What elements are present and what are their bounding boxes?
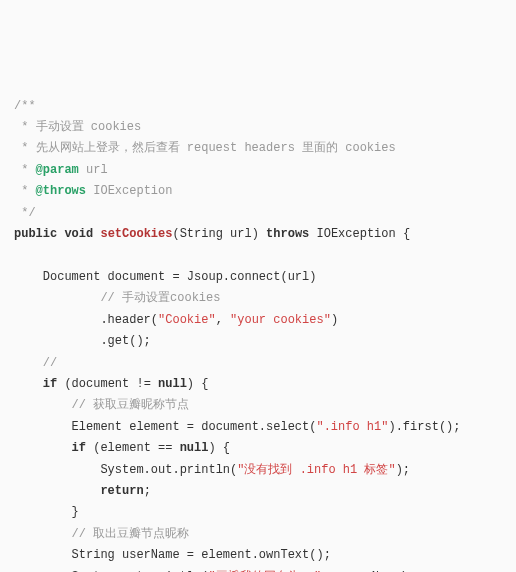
method-name: setCookies: [100, 227, 172, 241]
code-line: // 手动设置cookies: [14, 291, 220, 305]
keyword-public: public: [14, 227, 57, 241]
inline-comment: // 取出豆瓣节点昵称: [72, 527, 190, 541]
inline-comment: // 获取豆瓣昵称节点: [72, 398, 190, 412]
code-line: .get();: [14, 334, 151, 348]
string-literal: "Cookie": [158, 313, 216, 327]
inline-comment: // 手动设置cookies: [100, 291, 220, 305]
keyword-throws: throws: [266, 227, 309, 241]
javadoc-open: /**: [14, 99, 36, 113]
code-line: // 获取豆瓣昵称节点: [14, 398, 189, 412]
keyword-return: return: [100, 484, 143, 498]
keyword-null: null: [180, 441, 209, 455]
javadoc-line: * @param url: [14, 163, 108, 177]
javadoc-close: */: [14, 206, 36, 220]
keyword-if: if: [43, 377, 57, 391]
code-line: .header("Cookie", "your cookies"): [14, 313, 338, 327]
string-literal: "没有找到 .info h1 标签": [237, 463, 395, 477]
code-line: System.out.println("没有找到 .info h1 标签");: [14, 463, 410, 477]
string-literal: ".info h1": [316, 420, 388, 434]
code-line: String userName = element.ownText();: [14, 548, 331, 562]
javadoc-line: * 手动设置 cookies: [14, 120, 141, 134]
code-line: //: [14, 356, 57, 370]
param-tag: @param: [36, 163, 79, 177]
keyword-void: void: [64, 227, 93, 241]
javadoc-line: * 先从网站上登录，然后查看 request headers 里面的 cooki…: [14, 141, 396, 155]
code-line: Document document = Jsoup.connect(url): [14, 270, 316, 284]
throws-tag: @throws: [36, 184, 86, 198]
code-line: // 取出豆瓣节点昵称: [14, 527, 189, 541]
code-line: }: [14, 505, 79, 519]
keyword-if: if: [72, 441, 86, 455]
inline-comment: //: [43, 356, 57, 370]
keyword-null: null: [158, 377, 187, 391]
code-block: /** * 手动设置 cookies * 先从网站上登录，然后查看 reques…: [14, 96, 502, 572]
code-line: if (document != null) {: [14, 377, 208, 391]
code-line: if (element == null) {: [14, 441, 230, 455]
javadoc-line: * @throws IOException: [14, 184, 172, 198]
code-line: Element element = document.select(".info…: [14, 420, 460, 434]
code-line: return;: [14, 484, 151, 498]
param-list: (String url): [172, 227, 266, 241]
string-literal: "your cookies": [230, 313, 331, 327]
